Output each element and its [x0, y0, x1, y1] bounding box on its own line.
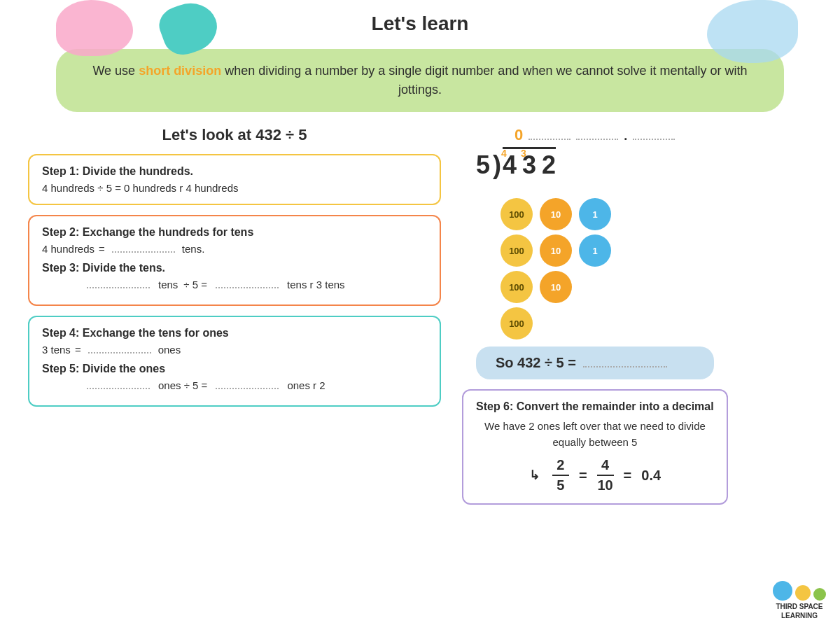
step5-title: Step 5: Divide the ones [42, 363, 427, 375]
fraction1-den: 5 [556, 476, 564, 493]
step3-dotted2 [216, 279, 279, 288]
result-box: So 432 ÷ 5 = [476, 346, 714, 379]
step4-eq: = [75, 344, 81, 356]
decimal-result: 0.4 [641, 468, 661, 484]
step4-title: Step 4: Exchange the tens for ones [42, 327, 427, 340]
step2-row1: 4 hundreds = tens. [42, 243, 427, 255]
division-diagram: 0 . 5 ) 44 33 2 [476, 126, 675, 180]
step2-title: Step 2: Exchange the hundreds for tens [42, 226, 427, 239]
dividend-tens: 33 [522, 150, 536, 180]
fraction-2: 4 10 [597, 457, 614, 493]
step4-dotted [88, 344, 151, 354]
step3-row: tens ÷ 5 = tens r 3 tens [84, 279, 427, 290]
counter-1-2: 1 [579, 234, 611, 267]
page-title: Let's learn [372, 13, 469, 34]
answer-zero: 0 [514, 126, 523, 144]
step6-text: We have 2 ones left over that we need to… [476, 419, 714, 450]
info-highlight: short division [139, 64, 221, 78]
ones-col: 1 1 [579, 198, 611, 340]
fraction2-den: 10 [597, 476, 612, 493]
step5-dotted1 [87, 379, 150, 389]
hundreds-col: 100 100 100 100 [500, 198, 533, 340]
info-box: We use short division when dividing a nu… [56, 49, 784, 112]
step5-row: ones ÷ 5 = ones r 2 [84, 379, 427, 391]
counter-1-1: 1 [579, 198, 611, 230]
step1-text: 4 hundreds ÷ 5 = 0 hundreds r 4 hundreds [42, 182, 427, 194]
equals2: = [624, 468, 632, 484]
tsl-circles [773, 581, 826, 601]
answer-row: 0 . [514, 126, 675, 144]
counter-100-1: 100 [500, 198, 533, 230]
tsl-circle-yellow [795, 585, 811, 601]
counter-10-1: 10 [540, 198, 572, 230]
step2-label1: 4 hundreds [42, 243, 94, 255]
step1-title: Step 1: Divide the hundreds. [42, 165, 427, 178]
step4-label1: 3 tens [42, 344, 71, 356]
counter-100-4: 100 [500, 307, 533, 340]
dividend-hundreds: 44 [503, 150, 517, 180]
counter-10-3: 10 [540, 271, 572, 303]
right-column: 0 . 5 ) 44 33 2 [462, 126, 812, 505]
step4-label2: ones [158, 344, 181, 356]
answer-decimal-dot: . [624, 129, 627, 144]
result-text: So 432 ÷ 5 = [496, 355, 576, 370]
left-column: Let's look at 432 ÷ 5 Step 1: Divide the… [28, 126, 441, 505]
fraction2-num: 4 [597, 457, 614, 476]
answer-dotted3 [633, 130, 675, 140]
section-title: Let's look at 432 ÷ 5 [28, 126, 441, 144]
fraction1-num: 2 [552, 457, 569, 476]
step2-label2: tens. [182, 243, 205, 255]
info-text-before: We use [92, 64, 139, 78]
tsl-line1: THIRD SPACE [776, 603, 822, 610]
equals1: = [579, 468, 587, 484]
answer-dotted1 [528, 130, 570, 140]
counter-100-3: 100 [500, 271, 533, 303]
fraction-1: 2 5 [552, 457, 569, 493]
counter-100-2: 100 [500, 234, 533, 267]
step3-div: ÷ 5 = [183, 279, 207, 290]
counter-10-2: 10 [540, 234, 572, 267]
step4-row1: 3 tens = ones [42, 344, 427, 356]
step1-box: Step 1: Divide the hundreds. 4 hundreds … [28, 154, 441, 205]
superscript-4: 4 [501, 148, 507, 159]
tsl-circle-blue [773, 581, 792, 601]
tsl-circle-green [813, 588, 826, 601]
step3-label1: tens [158, 279, 178, 290]
step5-dotted2 [216, 379, 279, 389]
divisor: 5 [476, 150, 490, 180]
counters-grid: 100 100 100 100 10 10 10 1 1 [500, 198, 611, 340]
step2-dotted [112, 243, 175, 253]
step5-label2: ones r 2 [287, 379, 325, 391]
main-content: Let's look at 432 ÷ 5 Step 1: Divide the… [0, 126, 840, 505]
step6-box: Step 6: Convert the remainder into a dec… [462, 389, 728, 505]
dividend-area: 44 33 2 [503, 147, 556, 180]
division-row: 5 ) 44 33 2 [476, 147, 675, 180]
tsl-line2: LEARNING [781, 612, 818, 620]
step3-label2: tens r 3 tens [287, 279, 345, 290]
division-bracket: ) [493, 150, 501, 180]
step6-title: Step 6: Convert the remainder into a dec… [476, 400, 714, 413]
page-header: Let's learn [0, 0, 840, 42]
step4-box: Step 4: Exchange the tens for ones 3 ten… [28, 316, 441, 407]
tens-col: 10 10 10 [540, 198, 572, 340]
step3-title: Step 3: Divide the tens. [42, 262, 427, 274]
answer-dotted2 [576, 130, 618, 140]
tsl-text: THIRD SPACE LEARNING [776, 602, 822, 620]
superscript-3: 3 [521, 148, 526, 159]
step2-box: Step 2: Exchange the hundreds for tens 4… [28, 215, 441, 306]
step2-eq: = [99, 243, 105, 255]
result-dotted [583, 358, 667, 368]
arrow-icon: ↳ [529, 468, 540, 483]
tsl-logo: THIRD SPACE LEARNING [773, 581, 826, 620]
step5-label1: ones ÷ 5 = [158, 379, 207, 391]
fraction-row: ↳ 2 5 = 4 10 = 0.4 [476, 457, 714, 493]
info-text-after: when dividing a number by a single digit… [221, 64, 747, 97]
step3-dotted1 [87, 279, 150, 288]
dividend-ones: 2 [542, 150, 556, 180]
